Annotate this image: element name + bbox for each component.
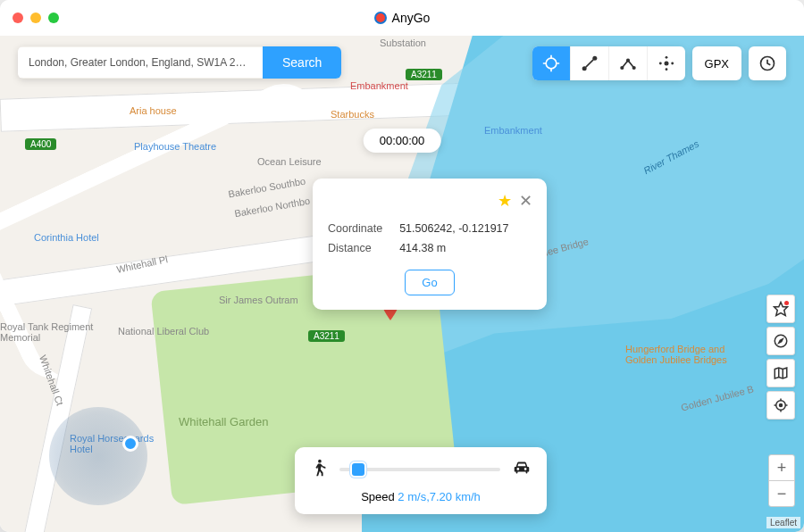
notification-dot-icon: [784, 301, 789, 305]
virtual-joystick[interactable]: [49, 407, 147, 505]
favorites-tool-button[interactable]: [766, 295, 795, 323]
locate-icon: [773, 397, 789, 413]
coord-label: Coordinate: [327, 221, 398, 236]
search-input[interactable]: [18, 47, 263, 78]
poi-label: Whitehall Garden: [179, 415, 268, 428]
svg-point-26: [780, 404, 783, 407]
app-title: AnyGo: [392, 11, 431, 25]
coord-value: 51.506242, -0.121917: [398, 221, 509, 236]
svg-point-14: [665, 68, 667, 71]
svg-point-13: [665, 56, 667, 59]
poi-label: Substation: [380, 37, 426, 48]
app-title-wrap: AnyGo: [374, 11, 431, 25]
route-multi-icon: [619, 54, 637, 72]
map-canvas[interactable]: A400 A3211 A3211 Substation Aria house P…: [0, 36, 804, 532]
app-pin-icon: [374, 12, 387, 24]
close-icon[interactable]: ✕: [519, 191, 532, 211]
multi-spot-mode-button[interactable]: [608, 46, 647, 80]
titlebar: AnyGo: [0, 0, 804, 37]
gpx-button-group: GPX: [692, 46, 741, 80]
route-badge: A3211: [406, 69, 442, 80]
teleport-mode-button[interactable]: [532, 46, 570, 80]
poi-label: Aria house: [130, 105, 177, 116]
poi-label: Hungerford Bridge and Golden Jubilee Bri…: [625, 344, 750, 365]
poi-label: Playhouse Theatre: [134, 141, 216, 152]
search-bar: Search: [18, 46, 341, 79]
joystick-handle[interactable]: [122, 436, 138, 452]
zoom-controls: + −: [768, 454, 795, 507]
speed-label: Speed: [361, 490, 395, 503]
zoom-in-button[interactable]: +: [769, 455, 794, 481]
locate-tool-button[interactable]: [766, 391, 795, 420]
poi-label: National Liberal Club: [118, 326, 209, 337]
poi-label: Sir James Outram: [219, 295, 298, 305]
compass-icon: [773, 333, 789, 349]
distance-label: Distance: [327, 241, 398, 255]
mode-button-group: [532, 46, 685, 80]
joystick-ring-icon: [49, 407, 147, 505]
location-popup: ★ ✕ Coordinate51.506242, -0.121917 Dista…: [313, 179, 547, 310]
svg-marker-22: [775, 368, 787, 378]
poi-label: Royal Tank Regiment Memorial: [0, 321, 107, 343]
svg-point-12: [664, 62, 668, 66]
go-button[interactable]: Go: [405, 270, 454, 295]
top-toolbar: GPX: [532, 46, 786, 80]
route-badge: A3211: [308, 330, 345, 342]
gpx-button[interactable]: GPX: [692, 46, 741, 80]
joystick-mode-button[interactable]: [647, 46, 685, 80]
two-spot-mode-button[interactable]: [570, 46, 608, 80]
route-two-icon: [581, 54, 599, 72]
poi-label: Ocean Leisure: [257, 156, 322, 167]
poi-label: Corinthia Hotel: [34, 232, 99, 243]
favorite-star-icon[interactable]: ★: [498, 191, 512, 211]
speed-slider[interactable]: [339, 468, 500, 471]
compass-tool-button[interactable]: [766, 327, 795, 355]
app-window: AnyGo A400 A3211 A3211 Substation Aria h…: [0, 0, 804, 532]
search-button[interactable]: Search: [263, 46, 341, 79]
crosshair-icon: [542, 54, 560, 72]
svg-point-1: [546, 58, 557, 69]
distance-value: 414.38 m: [398, 241, 509, 255]
history-button[interactable]: [749, 46, 786, 80]
clock-icon: [758, 54, 776, 72]
svg-point-15: [658, 62, 661, 65]
svg-line-8: [585, 60, 592, 67]
speed-slider-thumb[interactable]: [352, 463, 364, 476]
side-tool-column: [766, 295, 795, 420]
svg-point-18: [318, 460, 322, 463]
route-badge: A400: [25, 138, 56, 150]
svg-point-16: [671, 62, 674, 65]
map-attribution: Leaflet: [766, 517, 800, 528]
poi-label: Embankment: [350, 80, 408, 91]
timer-pill: 00:00:00: [364, 129, 441, 153]
minimize-window-icon[interactable]: [30, 12, 41, 23]
window-controls: [13, 12, 59, 23]
speed-value: 2 m/s,7.20 km/h: [398, 490, 480, 503]
map-tool-button[interactable]: [766, 359, 795, 387]
poi-label: Embankment: [484, 125, 542, 136]
zoom-out-button[interactable]: −: [769, 481, 794, 506]
walk-icon: [309, 458, 329, 481]
close-window-icon[interactable]: [13, 12, 23, 23]
maximize-window-icon[interactable]: [48, 12, 59, 23]
map-icon: [773, 365, 789, 381]
poi-label: Starbucks: [331, 109, 374, 120]
car-icon: [511, 458, 532, 481]
history-button-group: [749, 46, 786, 80]
location-info-table: Coordinate51.506242, -0.121917 Distance4…: [327, 216, 510, 261]
joystick-move-icon: [657, 54, 675, 72]
speed-panel: Speed 2 m/s,7.20 km/h: [295, 447, 547, 514]
svg-marker-21: [779, 339, 783, 344]
